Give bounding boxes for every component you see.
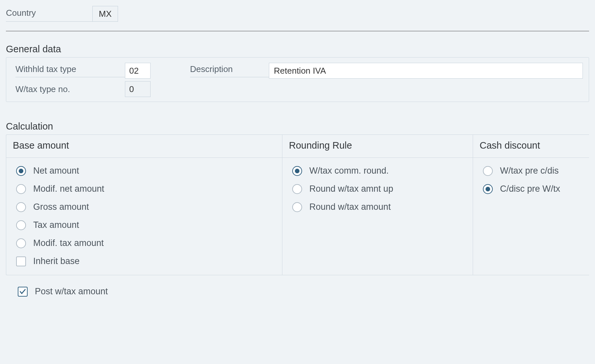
base-amount-column: Base amount Net amountModif. net amountG… bbox=[6, 135, 282, 275]
label-cash-c-disc-pre-w-tx: C/disc pre W/tx bbox=[500, 184, 560, 194]
label-inherit-base: Inherit base bbox=[33, 256, 80, 266]
base-amount-header: Base amount bbox=[6, 135, 282, 158]
checkbox-inherit-base[interactable] bbox=[16, 256, 26, 266]
label-cash-w-tax-pre-c-dis: W/tax pre c/dis bbox=[500, 166, 559, 176]
wtax-type-no-label: W/tax type no. bbox=[15, 84, 125, 94]
option-row-c-disc-pre-w-tx: C/disc pre W/tx bbox=[483, 184, 579, 194]
check-icon bbox=[19, 288, 26, 295]
radio-rounding-round-w-tax-amount[interactable] bbox=[292, 202, 302, 212]
label-base-gross-amount: Gross amount bbox=[33, 202, 89, 212]
wtax-type-no-field[interactable]: 0 bbox=[125, 81, 151, 97]
radio-base-net-amount[interactable] bbox=[16, 166, 26, 176]
general-data-group: Withhld tax type 02 Description Retentio… bbox=[6, 57, 589, 102]
option-row-tax-amount: Tax amount bbox=[16, 220, 272, 230]
radio-rounding-round-w-tax-amnt-up[interactable] bbox=[292, 184, 302, 194]
withhld-tax-type-label: Withhld tax type bbox=[15, 64, 125, 77]
option-row-w-tax-comm-round: W/tax comm. round. bbox=[292, 166, 463, 176]
radio-cash-c-disc-pre-w-tx[interactable] bbox=[483, 184, 493, 194]
description-label: Description bbox=[190, 64, 269, 77]
section-header-calculation: Calculation bbox=[6, 121, 589, 132]
rounding-rule-header: Rounding Rule bbox=[282, 135, 473, 158]
option-row-inherit-base: Inherit base bbox=[16, 256, 272, 266]
radio-base-tax-amount[interactable] bbox=[16, 220, 26, 230]
country-label: Country bbox=[6, 6, 92, 22]
option-row-round-w-tax-amount: Round w/tax amount bbox=[292, 202, 463, 212]
radio-cash-w-tax-pre-c-dis[interactable] bbox=[483, 166, 493, 176]
label-rounding-round-w-tax-amnt-up: Round w/tax amnt up bbox=[309, 184, 393, 194]
section-header-general-data: General data bbox=[6, 44, 589, 55]
label-base-net-amount: Net amount bbox=[33, 166, 79, 176]
radio-base-modif-tax-amount[interactable] bbox=[16, 238, 26, 248]
divider bbox=[6, 31, 589, 31]
description-field[interactable]: Retention IVA bbox=[269, 63, 583, 79]
post-wtax-amount-row: Post w/tax amount bbox=[18, 286, 589, 297]
radio-rounding-w-tax-comm-round[interactable] bbox=[292, 166, 302, 176]
option-row-net-amount: Net amount bbox=[16, 166, 272, 176]
label-rounding-round-w-tax-amount: Round w/tax amount bbox=[309, 202, 391, 212]
country-row: Country MX bbox=[6, 6, 589, 22]
checkbox-post-wtax-amount[interactable] bbox=[18, 287, 28, 297]
option-row-modif-tax-amount: Modif. tax amount bbox=[16, 238, 272, 248]
label-rounding-w-tax-comm-round: W/tax comm. round. bbox=[309, 166, 389, 176]
option-row-modif-net-amount: Modif. net amount bbox=[16, 184, 272, 194]
option-row-w-tax-pre-c-dis: W/tax pre c/dis bbox=[483, 166, 579, 176]
label-base-modif-tax-amount: Modif. tax amount bbox=[33, 238, 104, 248]
cash-discount-column: Cash discount W/tax pre c/disC/disc pre … bbox=[473, 135, 589, 275]
option-row-round-w-tax-amnt-up: Round w/tax amnt up bbox=[292, 184, 463, 194]
calculation-group: Base amount Net amountModif. net amountG… bbox=[6, 134, 589, 275]
option-row-gross-amount: Gross amount bbox=[16, 202, 272, 212]
radio-base-gross-amount[interactable] bbox=[16, 202, 26, 212]
cash-discount-header: Cash discount bbox=[473, 135, 589, 158]
country-field[interactable]: MX bbox=[92, 6, 118, 22]
withhld-tax-type-field[interactable]: 02 bbox=[125, 63, 151, 79]
label-base-modif-net-amount: Modif. net amount bbox=[33, 184, 104, 194]
rounding-rule-column: Rounding Rule W/tax comm. round.Round w/… bbox=[282, 135, 473, 275]
label-base-tax-amount: Tax amount bbox=[33, 220, 79, 230]
post-wtax-amount-label: Post w/tax amount bbox=[35, 286, 108, 297]
radio-base-modif-net-amount[interactable] bbox=[16, 184, 26, 194]
